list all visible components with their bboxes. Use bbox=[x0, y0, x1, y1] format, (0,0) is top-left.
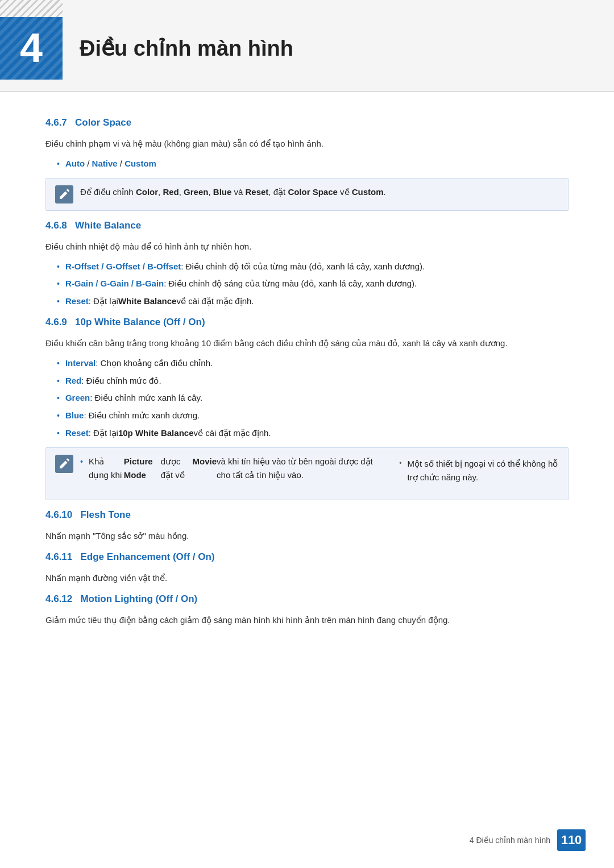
section-heading-4-6-9: 4.6.9 10p White Balance (Off / On) bbox=[45, 314, 569, 330]
chapter-header: 4 Điều chỉnh màn hình bbox=[0, 0, 614, 92]
pencil-icon bbox=[59, 189, 70, 200]
header-stripes-decoration bbox=[0, 0, 63, 17]
note-text: Để điều chỉnh Color, Red, Green, Blue và… bbox=[80, 187, 386, 197]
note-icon bbox=[55, 455, 73, 473]
term: Custom bbox=[125, 157, 156, 171]
term: Auto bbox=[65, 157, 85, 171]
section-heading-4-6-11: 4.6.11 Edge Enhancement (Off / On) bbox=[45, 549, 569, 564]
note-content: Để điều chỉnh Color, Red, Green, Blue và… bbox=[80, 185, 559, 199]
section-heading-4-6-8: 4.6.8 White Balance bbox=[45, 218, 569, 233]
section-4-6-8: 4.6.8 White Balance Điều chỉnh nhiệt độ … bbox=[45, 218, 569, 309]
list-item: Khả dụng khi Picture Mode được đặt về Mo… bbox=[80, 455, 559, 490]
note-box-4-6-7: Để điều chỉnh Color, Red, Green, Blue và… bbox=[45, 178, 569, 211]
list-item: Auto / Native / Custom bbox=[57, 157, 569, 171]
page-content: 4.6.7 Color Space Điều chỉnh phạm vi và … bbox=[0, 92, 614, 679]
list-item: Blue: Điều chỉnh mức xanh dương. bbox=[57, 409, 569, 423]
list-item: Red: Điều chỉnh mức đỏ. bbox=[57, 374, 569, 388]
chapter-title: Điều chỉnh màn hình bbox=[80, 31, 293, 66]
footer-page-number: 110 bbox=[557, 829, 586, 851]
section-4-6-8-body: Điều chỉnh nhiệt độ màu để có hình ảnh t… bbox=[45, 240, 569, 254]
section-4-6-9-body: Điều khiển cân bằng trắng trong khoảng 1… bbox=[45, 337, 569, 351]
pencil-icon bbox=[59, 458, 70, 470]
note-icon bbox=[55, 185, 73, 203]
section-4-6-11: 4.6.11 Edge Enhancement (Off / On) Nhấn … bbox=[45, 549, 569, 585]
note-box-4-6-9: Khả dụng khi Picture Mode được đặt về Mo… bbox=[45, 447, 569, 501]
section-4-6-9: 4.6.9 10p White Balance (Off / On) Điều … bbox=[45, 314, 569, 500]
section-4-6-8-bullets: R-Offset / G-Offset / B-Offset: Điều chỉ… bbox=[57, 260, 569, 309]
list-item: Một số thiết bị ngoại vi có thể không hỗ… bbox=[399, 457, 559, 485]
section-4-6-7-body: Điều chỉnh phạm vi và hệ màu (không gian… bbox=[45, 137, 569, 151]
section-4-6-10-body: Nhấn mạnh "Tông sắc sở" màu hồng. bbox=[45, 529, 569, 543]
list-item: Interval: Chọn khoảng cần điều chỉnh. bbox=[57, 356, 569, 371]
note-content: Khả dụng khi Picture Mode được đặt về Mo… bbox=[80, 455, 559, 493]
list-item: Reset: Đặt lại White Balance về cài đặt … bbox=[57, 294, 569, 309]
list-item: Reset: Đặt lại 10p White Balance về cài … bbox=[57, 426, 569, 441]
section-heading-4-6-12: 4.6.12 Motion Lighting (Off / On) bbox=[45, 591, 569, 607]
section-4-6-12-body: Giảm mức tiêu thụ điện bằng cách giảm độ… bbox=[45, 613, 569, 628]
section-heading-4-6-7: 4.6.7 Color Space bbox=[45, 115, 569, 130]
chapter-number: 4 bbox=[20, 15, 43, 81]
term: Native bbox=[92, 157, 118, 171]
list-item: Green: Điều chỉnh mức xanh lá cây. bbox=[57, 391, 569, 405]
list-item: R-Gain / G-Gain / B-Gain: Điều chỉnh độ … bbox=[57, 277, 569, 291]
section-4-6-10: 4.6.10 Flesh Tone Nhấn mạnh "Tông sắc sở… bbox=[45, 507, 569, 543]
section-4-6-12: 4.6.12 Motion Lighting (Off / On) Giảm m… bbox=[45, 591, 569, 628]
section-4-6-7: 4.6.7 Color Space Điều chỉnh phạm vi và … bbox=[45, 115, 569, 211]
term: Red bbox=[65, 374, 81, 388]
term: R-Gain / G-Gain / B-Gain bbox=[65, 277, 164, 291]
chapter-number-box: 4 bbox=[0, 17, 63, 80]
footer-chapter-text: 4 Điều chỉnh màn hình bbox=[470, 834, 550, 846]
list-item: R-Offset / G-Offset / B-Offset: Điều chỉ… bbox=[57, 260, 569, 274]
sub-bullet-list: Một số thiết bị ngoại vi có thể không hỗ… bbox=[399, 457, 559, 488]
term: Blue bbox=[65, 409, 84, 423]
page-footer: 4 Điều chỉnh màn hình 110 bbox=[0, 829, 614, 851]
term: Green bbox=[65, 391, 90, 405]
section-4-6-9-bullets: Interval: Chọn khoảng cần điều chỉnh. Re… bbox=[57, 356, 569, 441]
section-heading-4-6-10: 4.6.10 Flesh Tone bbox=[45, 507, 569, 522]
term: Reset bbox=[65, 426, 89, 441]
section-4-6-11-body: Nhấn mạnh đường viền vật thể. bbox=[45, 571, 569, 585]
term: R-Offset / G-Offset / B-Offset bbox=[65, 260, 181, 274]
section-4-6-7-bullets: Auto / Native / Custom bbox=[57, 157, 569, 171]
term: Interval bbox=[65, 356, 96, 371]
term: Reset bbox=[65, 294, 89, 309]
note-bullets: Khả dụng khi Picture Mode được đặt về Mo… bbox=[80, 455, 559, 490]
